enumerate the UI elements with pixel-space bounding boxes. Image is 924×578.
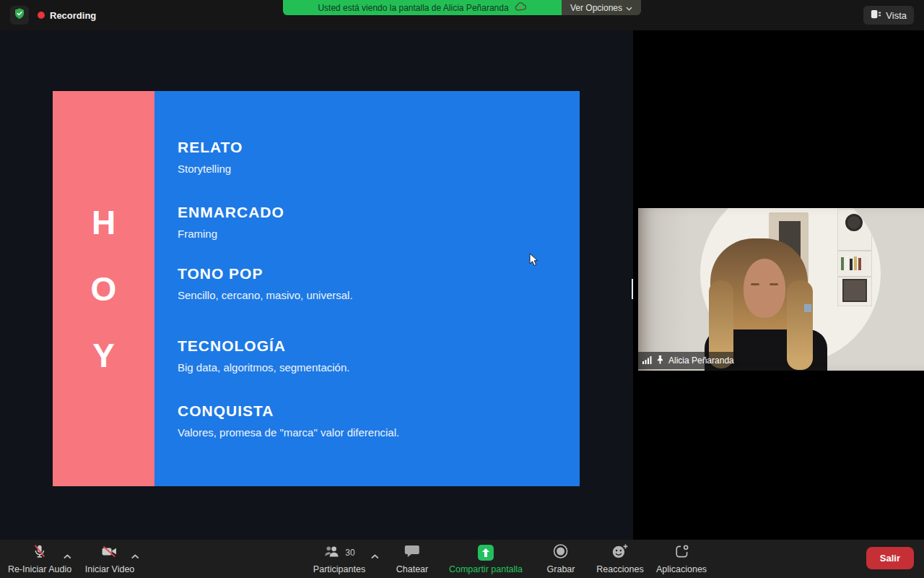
slide-item-enmarcado: ENMARCADO Framing <box>178 204 284 240</box>
top-bar: Recording Usted está viendo la pantalla … <box>0 0 924 30</box>
view-options-button[interactable]: Ver Opciones <box>562 0 641 15</box>
cloud-icon <box>515 1 527 14</box>
shared-screen-area: H O Y RELATO Storytelling ENMARCADO Fram… <box>0 30 633 540</box>
participants-count: 30 <box>345 548 354 558</box>
audio-options-chevron-up-icon[interactable] <box>64 549 71 562</box>
meeting-toolbar: Re-Iniciar Audio Iniciar Video 30 Partic… <box>0 540 924 578</box>
vista-view-button[interactable]: Vista <box>863 6 914 25</box>
slide-item-tecnologia: TECNOLOGÍA Big data, algoritmos, segment… <box>178 337 349 374</box>
chat-button[interactable]: Chatear <box>396 545 428 574</box>
slide-item-conquista: CONQUISTA Valores, promesa de "marca" va… <box>178 402 399 439</box>
record-icon <box>553 543 569 562</box>
slide-item-heading: TONO POP <box>178 265 353 282</box>
participant-name-label: Alicia Peñaranda <box>638 352 741 369</box>
video-options-chevron-up-icon[interactable] <box>131 549 139 562</box>
slide-item-subtext: Big data, algoritmos, segmentación. <box>178 361 349 374</box>
participants-icon <box>323 544 341 561</box>
slide-item-subtext: Valores, promesa de "marca" valor difere… <box>178 426 399 439</box>
audio-button-label: Re-Iniciar Audio <box>8 564 71 574</box>
slide-item-heading: CONQUISTA <box>178 402 399 420</box>
video-panel: Alicia Peñaranda <box>633 30 924 540</box>
slide-title-letter: H <box>92 204 116 241</box>
participant-name: Alicia Peñaranda <box>668 355 734 366</box>
video-button-label: Iniciar Video <box>85 564 135 574</box>
leave-meeting-button[interactable]: Salir <box>866 547 914 569</box>
slide-item-subtext: Sencillo, cercano, masivo, universal. <box>178 289 353 301</box>
slide-item-heading: ENMARCADO <box>178 204 284 221</box>
apps-label: Aplicaciones <box>656 564 707 574</box>
apps-button[interactable]: Aplicaciones <box>656 545 707 574</box>
screen-share-banner-message: Usted está viendo la pantalla de Alicia … <box>283 0 562 15</box>
banner-text: Usted está viendo la pantalla de Alicia … <box>318 3 508 13</box>
slide-item-heading: TECNOLOGÍA <box>178 337 349 355</box>
recording-indicator: Recording <box>38 0 96 30</box>
reactions-icon <box>611 543 628 562</box>
record-label: Grabar <box>547 564 575 574</box>
slide-item-heading: RELATO <box>178 139 243 156</box>
view-options-label: Ver Opciones <box>570 3 622 13</box>
apps-icon <box>674 544 689 562</box>
slide-title-letter: Y <box>92 337 115 374</box>
presentation-slide: H O Y RELATO Storytelling ENMARCADO Fram… <box>53 91 580 486</box>
participants-label: Participantes <box>313 564 365 574</box>
mic-muted-icon <box>32 543 48 562</box>
camera-muted-icon <box>101 543 118 562</box>
chat-icon <box>404 544 420 561</box>
pin-icon <box>656 354 664 367</box>
cursor-arrow-icon <box>529 253 539 269</box>
reactions-button[interactable]: Reacciones <box>596 545 643 574</box>
tile-shading <box>638 208 924 371</box>
slide-item-relato: RELATO Storytelling <box>178 139 243 175</box>
share-screen-icon <box>478 545 494 561</box>
vista-label: Vista <box>886 10 907 21</box>
slide-item-subtext: Framing <box>178 228 284 240</box>
recording-label: Recording <box>50 10 96 21</box>
participant-video-tile[interactable]: Alicia Peñaranda <box>638 208 924 371</box>
share-screen-button[interactable]: Compartir pantalla <box>449 545 523 574</box>
security-shield-button[interactable] <box>10 6 29 25</box>
chevron-down-icon <box>626 3 632 13</box>
slide-title-letter: O <box>91 271 117 307</box>
start-video-button[interactable]: Iniciar Video <box>85 545 135 574</box>
slide-content-panel: RELATO Storytelling ENMARCADO Framing TO… <box>154 91 580 486</box>
unmute-audio-button[interactable]: Re-Iniciar Audio <box>8 545 71 574</box>
slide-item-tono-pop: TONO POP Sencillo, cercano, masivo, univ… <box>178 265 353 301</box>
screen-share-banner: Usted está viendo la pantalla de Alicia … <box>283 0 641 15</box>
slide-item-subtext: Storytelling <box>178 163 243 175</box>
reactions-label: Reacciones <box>596 564 643 574</box>
slide-vertical-title-bar: H O Y <box>53 91 154 486</box>
view-icon <box>871 9 881 22</box>
participants-chevron-up-icon[interactable] <box>371 549 379 562</box>
record-button[interactable]: Grabar <box>547 545 575 574</box>
shield-check-icon <box>13 7 26 23</box>
participants-button[interactable]: 30 Participantes <box>313 545 365 574</box>
share-screen-label: Compartir pantalla <box>449 564 523 574</box>
signal-strength-icon <box>642 354 652 367</box>
meeting-main-area: H O Y RELATO Storytelling ENMARCADO Fram… <box>0 30 924 540</box>
recording-dot <box>38 12 45 19</box>
chat-label: Chatear <box>396 564 428 574</box>
